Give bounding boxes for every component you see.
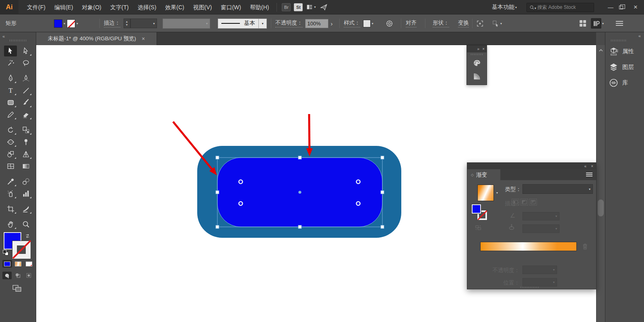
selection-handle[interactable]	[216, 191, 219, 194]
tool-shaper[interactable]	[4, 109, 17, 120]
control-bar-menu-button[interactable]	[616, 15, 623, 32]
selection-handle[interactable]	[381, 156, 384, 159]
chevron-down-icon[interactable]: ▾	[496, 191, 498, 195]
selection-handle[interactable]	[298, 156, 301, 159]
tool-slice[interactable]	[19, 204, 32, 214]
panel-grip[interactable]	[471, 54, 483, 55]
style-label[interactable]: 样式：	[344, 19, 360, 27]
select-similar-button[interactable]: ▾	[492, 15, 502, 32]
share-icon[interactable]	[319, 3, 328, 12]
tool-rotate[interactable]	[4, 125, 17, 135]
color-panel-button[interactable]	[467, 59, 487, 68]
gradient-within-stroke-icon[interactable]	[512, 199, 519, 206]
align-button[interactable]: 对齐	[406, 19, 417, 27]
panel-fill-proxy[interactable]	[472, 204, 481, 214]
tool-line-segment[interactable]	[19, 85, 32, 96]
draw-inside-button[interactable]	[24, 272, 33, 279]
menu-item-4[interactable]: 选择(S)	[133, 0, 161, 15]
dock-grip[interactable]	[611, 39, 627, 42]
arrange-documents-icon[interactable]: ▾	[306, 3, 316, 12]
gradient-slider[interactable]	[480, 242, 577, 251]
menu-item-5[interactable]: 效果(C)	[161, 0, 188, 15]
selection-handle[interactable]	[381, 225, 384, 229]
transform-button[interactable]: 变换	[458, 19, 469, 27]
stroke-weight-combo[interactable]: ▾	[130, 19, 157, 28]
variable-width-profile-combo[interactable]: ▾	[163, 19, 210, 29]
draw-normal-button[interactable]	[2, 272, 12, 279]
tool-magic-wand[interactable]	[4, 58, 17, 69]
tool-puppet-warp[interactable]	[19, 137, 32, 147]
stroke-weight-stepper[interactable]: ▲▼	[124, 19, 130, 28]
brush-definition-combo[interactable]: 基本	[218, 19, 259, 29]
selection-handle[interactable]	[298, 225, 301, 229]
opacity-label[interactable]: 不透明度：	[275, 19, 303, 27]
tool-zoom[interactable]	[19, 219, 32, 230]
gradient-mode-button[interactable]	[13, 260, 23, 268]
search-input[interactable]	[537, 4, 586, 10]
stock-search[interactable]: ▾	[526, 3, 594, 12]
tool-rectangle[interactable]	[4, 97, 17, 108]
scroll-up-icon[interactable]	[599, 48, 603, 52]
stop-opacity-combo[interactable]: ▾	[522, 266, 557, 274]
default-fill-stroke-icon[interactable]	[3, 250, 9, 256]
gradient-along-stroke-icon[interactable]	[520, 199, 528, 206]
minimize-button[interactable]: —	[605, 0, 616, 15]
tool-pen[interactable]	[4, 73, 17, 84]
workspace-switcher[interactable]: 基本功能 ▾	[492, 4, 517, 11]
close-button[interactable]: ×	[630, 0, 641, 15]
opacity-input[interactable]	[305, 19, 328, 28]
gradient-preview-swatch[interactable]	[477, 185, 494, 201]
opacity-expand-button[interactable]: ›	[331, 20, 333, 27]
menu-item-0[interactable]: 文件(F)	[23, 0, 50, 15]
tool-blend[interactable]	[19, 176, 32, 187]
stroke-weight-label[interactable]: 描边：	[104, 19, 120, 27]
bridge-icon[interactable]: Br	[282, 3, 291, 11]
collapse-dock-icon[interactable]: «	[638, 33, 641, 38]
adjust-panel-grid-button[interactable]	[580, 15, 586, 32]
brush-combo-chevron[interactable]: ▾	[259, 19, 267, 29]
menu-item-2[interactable]: 对象(O)	[78, 0, 106, 15]
panel-resize-grip[interactable]	[520, 287, 540, 288]
document-tab[interactable]: 未标题-1* @ 400% (RGB/GPU 预览) ×	[36, 32, 157, 45]
tool-scale[interactable]	[19, 125, 32, 135]
menu-item-7[interactable]: 窗口(W)	[216, 0, 246, 15]
shape-button[interactable]: 形状：	[433, 19, 449, 27]
fill-color-swatch[interactable]	[54, 19, 62, 28]
tool-selection[interactable]	[4, 46, 17, 56]
menu-item-1[interactable]: 编辑(E)	[50, 0, 78, 15]
screen-mode-button[interactable]	[12, 284, 23, 294]
vertical-scrollbar[interactable]	[596, 45, 605, 322]
close-panel-icon[interactable]: ×	[482, 47, 485, 51]
recolor-artwork-button[interactable]	[386, 15, 393, 32]
style-swatch[interactable]	[363, 20, 371, 27]
isolate-object-button[interactable]	[476, 15, 484, 32]
stroke-color-proxy[interactable]	[12, 241, 31, 259]
menu-item-6[interactable]: 视图(V)	[189, 0, 217, 15]
tool-perspective-grid[interactable]	[19, 149, 32, 160]
dock-item-layers[interactable]: 图层	[605, 59, 644, 75]
dock-item-libraries[interactable]: 库	[605, 75, 644, 91]
stop-position-combo[interactable]: ▾	[522, 278, 557, 287]
restore-button[interactable]	[616, 0, 626, 15]
tool-artboard[interactable]	[4, 204, 17, 214]
tool-type[interactable]: T	[4, 85, 17, 96]
scrollbar-thumb[interactable]	[598, 199, 604, 216]
none-mode-button[interactable]	[24, 260, 34, 268]
tool-width[interactable]	[4, 137, 17, 147]
stock-icon[interactable]: St	[294, 3, 303, 11]
tool-shape-builder[interactable]	[4, 149, 17, 160]
selection-handle[interactable]	[216, 156, 219, 159]
close-panel-icon[interactable]: ×	[591, 164, 593, 168]
panel-menu-icon[interactable]	[586, 172, 592, 177]
collapse-tools-icon[interactable]: «	[2, 34, 5, 39]
gradient-aspect-combo[interactable]: ▾	[522, 224, 559, 233]
color-mode-button[interactable]	[2, 260, 12, 268]
delete-stop-icon[interactable]	[582, 243, 588, 251]
tab-gradient[interactable]: ◇ 渐变	[467, 169, 500, 180]
close-tab-icon[interactable]: ×	[142, 35, 145, 42]
tool-hand[interactable]	[4, 219, 17, 230]
selection-center-point[interactable]	[298, 191, 301, 193]
gradient-across-stroke-icon[interactable]	[529, 199, 537, 206]
collapse-panel-icon[interactable]: «	[584, 164, 587, 168]
reverse-gradient-icon[interactable]	[475, 224, 482, 233]
